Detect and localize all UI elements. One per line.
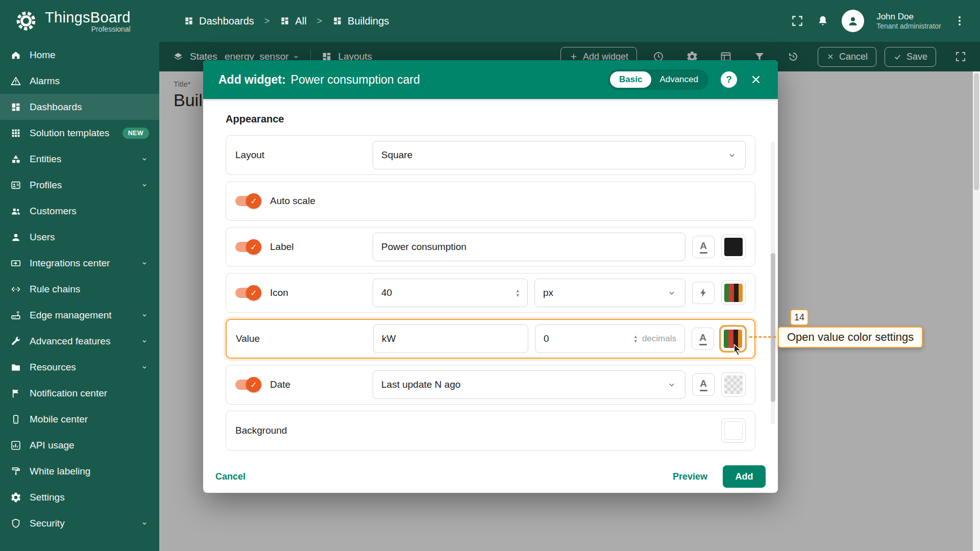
chevron-down-icon — [727, 150, 737, 160]
sidebar-item-label: Alarms — [30, 76, 60, 87]
sidebar-item-mobile-center[interactable]: Mobile center — [0, 406, 159, 432]
label-font-settings-button[interactable] — [692, 236, 715, 258]
stepper-icon[interactable] — [634, 334, 637, 343]
dialog-cancel-button[interactable]: Cancel — [215, 471, 246, 482]
page-scrollbar-thumb[interactable] — [974, 73, 979, 190]
label-toggle[interactable] — [235, 242, 260, 252]
mode-basic-button[interactable]: Basic — [610, 71, 651, 88]
sidebar-item-label: Dashboards — [30, 102, 82, 113]
advanced-features-icon — [10, 336, 21, 347]
icon-toggle[interactable] — [235, 288, 260, 298]
profiles-icon — [10, 180, 21, 191]
auto-scale-label: Auto scale — [270, 195, 315, 207]
avatar[interactable] — [842, 10, 864, 32]
close-icon — [749, 73, 763, 86]
sidebar-item-entities[interactable]: Entities — [0, 146, 159, 172]
sidebar-item-label: Notification center — [30, 388, 107, 399]
sidebar-item-api-usage[interactable]: API usage — [0, 432, 159, 458]
icon-color-button[interactable] — [721, 281, 746, 305]
toggle-knob — [246, 193, 261, 209]
toggle-knob — [246, 377, 261, 392]
annotation-tooltip: Open value color settings — [778, 327, 923, 348]
date-toggle[interactable] — [235, 380, 260, 390]
sidebar-item-rule-chains[interactable]: Rule chains — [0, 276, 159, 302]
sidebar-item-edge-management[interactable]: Edge management — [0, 302, 159, 328]
value-font-settings-button[interactable] — [692, 328, 714, 350]
value-decimals-input[interactable]: 0 decimals — [535, 324, 685, 353]
kebab-icon[interactable] — [953, 15, 966, 27]
security-icon — [10, 518, 21, 529]
cursor-icon — [731, 343, 744, 356]
bell-icon[interactable] — [816, 14, 829, 28]
font-settings-icon — [700, 379, 707, 391]
notification-icon — [10, 388, 21, 399]
sidebar-item-white-labeling[interactable]: White labeling — [0, 458, 159, 484]
dashboards-icon — [332, 16, 342, 26]
value-row: Value kW 0 decimals — [226, 319, 755, 359]
sidebar-item-label: Security — [30, 518, 65, 529]
chevron-down-icon — [140, 337, 149, 346]
sidebar-item-advanced-features[interactable]: Advanced features — [0, 328, 159, 354]
date-color-button[interactable] — [721, 372, 746, 397]
sidebar-item-home[interactable]: Home — [0, 42, 159, 68]
breadcrumb-dashboards[interactable]: Dashboards — [184, 15, 254, 27]
sidebar-item-security[interactable]: Security — [0, 510, 159, 536]
fullscreen-icon[interactable] — [791, 14, 804, 28]
sidebar-item-resources[interactable]: Resources — [0, 354, 159, 380]
appearance-section-title: Appearance — [226, 113, 755, 125]
dialog-preview-button[interactable]: Preview — [673, 471, 707, 482]
breadcrumb-all[interactable]: All — [280, 15, 306, 27]
breadcrumb-separator: > — [317, 16, 323, 27]
breadcrumb-label: All — [295, 15, 306, 27]
sidebar-item-profiles[interactable]: Profiles — [0, 172, 159, 198]
sidebar-item-solution-templates[interactable]: Solution templates NEW — [0, 120, 159, 146]
dialog-add-button[interactable]: Add — [723, 465, 766, 488]
breadcrumb-buildings[interactable]: Buildings — [332, 15, 389, 27]
mode-toggle: Basic Advanced — [608, 69, 708, 90]
value-label: Value — [236, 333, 260, 344]
toggle-knob — [246, 285, 261, 300]
sidebar-item-alarms[interactable]: Alarms — [0, 68, 159, 94]
icon-unit-select[interactable]: px — [534, 279, 685, 307]
sidebar-item-settings[interactable]: Settings — [0, 484, 159, 510]
gear-logo-icon — [14, 9, 38, 33]
person-icon — [846, 14, 860, 28]
dashboards-icon — [280, 16, 290, 26]
sidebar-item-label: White labeling — [30, 466, 90, 477]
chevron-down-icon — [140, 259, 149, 268]
brand[interactable]: ThingsBoard Professional — [0, 9, 159, 33]
mode-advanced-button[interactable]: Advanced — [651, 71, 706, 88]
chevron-down-icon — [140, 181, 149, 190]
icon-size-value: 40 — [381, 287, 392, 298]
sidebar-item-users[interactable]: Users — [0, 224, 159, 250]
sidebar-item-integrations-center[interactable]: Integrations center — [0, 250, 159, 276]
breadcrumb-separator: > — [264, 16, 270, 27]
entities-icon — [10, 154, 21, 165]
background-color-button[interactable] — [721, 418, 746, 443]
sidebar-item-notification-center[interactable]: Notification center — [0, 380, 159, 406]
icon-size-input[interactable]: 40 — [373, 279, 528, 307]
help-button[interactable] — [721, 71, 737, 88]
settings-icon — [10, 492, 21, 503]
label-text-input[interactable]: Power consumption — [373, 233, 685, 261]
date-format-value: Last update N ago — [381, 379, 460, 390]
background-label: Background — [235, 425, 287, 436]
layout-label: Layout — [235, 149, 264, 161]
close-dialog-button[interactable] — [749, 73, 763, 86]
auto-scale-toggle[interactable] — [235, 196, 260, 206]
stepper-icon[interactable] — [516, 288, 519, 297]
icon-picker-button[interactable] — [692, 282, 715, 304]
sidebar-item-customers[interactable]: Customers — [0, 198, 159, 224]
value-units-value: kW — [382, 333, 396, 344]
date-font-settings-button[interactable] — [692, 373, 715, 396]
dialog-scrollbar-thumb[interactable] — [771, 253, 775, 402]
date-label: Date — [270, 379, 290, 390]
dialog-scrollbar[interactable] — [771, 142, 775, 424]
value-units-input[interactable]: kW — [373, 324, 528, 353]
sidebar-item-label: Integrations center — [30, 258, 110, 269]
date-format-select[interactable]: Last update N ago — [373, 370, 685, 399]
label-color-button[interactable] — [721, 235, 746, 259]
sidebar-item-dashboards[interactable]: Dashboards — [0, 94, 159, 120]
layout-select[interactable]: Square — [373, 141, 746, 169]
page-scrollbar[interactable] — [973, 71, 980, 551]
